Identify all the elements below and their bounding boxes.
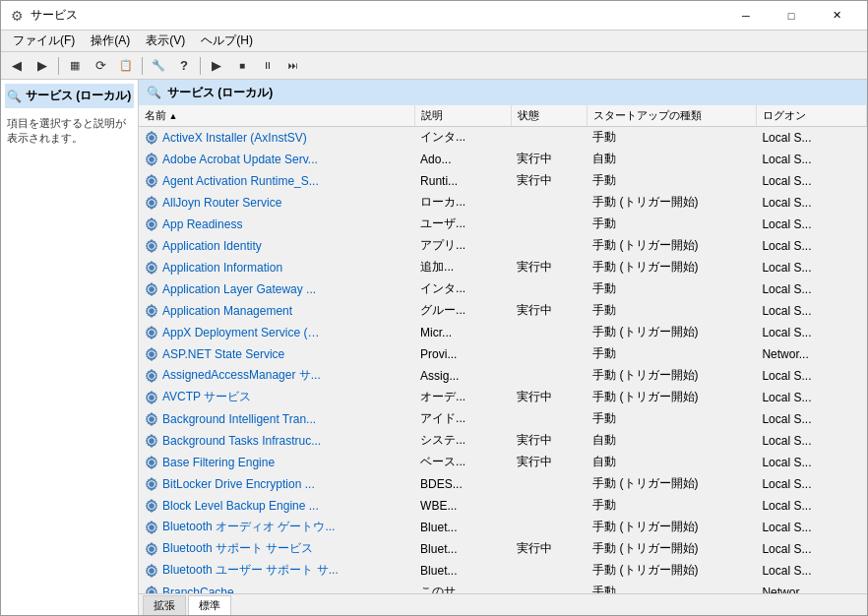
table-row[interactable]: BitLocker Drive Encryption ...BDES...手動 … — [139, 473, 867, 495]
service-desc-cell: Provi... — [414, 343, 511, 365]
service-desc-cell: Bluet... — [414, 538, 511, 560]
pause-service-button[interactable]: ⏸ — [256, 55, 279, 77]
minimize-button[interactable]: ─ — [723, 1, 769, 31]
service-logon-cell: Local S... — [756, 149, 866, 170]
table-row[interactable]: AVCTP サービスオーデ...実行中手動 (トリガー開始)Local S... — [139, 387, 867, 408]
service-status-cell — [511, 582, 587, 594]
service-logon-cell: Local S... — [756, 192, 866, 214]
svg-point-11 — [149, 373, 154, 378]
refresh-button[interactable]: ⟳ — [89, 55, 112, 77]
service-logon-cell: Local S... — [756, 538, 866, 560]
maximize-button[interactable]: □ — [769, 1, 814, 31]
service-status-cell: 実行中 — [511, 149, 587, 170]
table-row[interactable]: ActiveX Installer (AxInstSV)インタ...手動Loca… — [139, 127, 867, 149]
close-button[interactable]: ✕ — [814, 1, 859, 31]
table-row[interactable]: Application Managementグルー...実行中手動Local S… — [139, 300, 867, 322]
table-row[interactable]: Application Layer Gateway ...インタ...手動Loc… — [139, 278, 867, 300]
services-table-wrapper[interactable]: 名前 説明 状態 スタートアップの種類 ログオン ActiveX Install… — [139, 105, 867, 593]
table-row[interactable]: Adobe Acrobat Update Serv...Ado...実行中自動L… — [139, 149, 867, 170]
help-button[interactable]: ? — [172, 55, 196, 77]
service-logon-cell: Local S... — [756, 235, 866, 257]
service-name-cell: App Readiness — [139, 214, 414, 235]
service-startup-cell: 手動 (トリガー開始) — [587, 257, 756, 278]
service-startup-cell: 手動 (トリガー開始) — [587, 538, 756, 560]
menu-help[interactable]: ヘルプ(H) — [193, 31, 261, 51]
main-area: 🔍 サービス (ローカル) 項目を選択すると説明が表示されます。 🔍 サービス … — [1, 80, 867, 615]
stop-service-button[interactable]: ■ — [230, 55, 254, 77]
table-row[interactable]: Bluetooth ユーザー サポート サ...Bluet...手動 (トリガー… — [139, 560, 867, 582]
service-icon — [145, 174, 158, 188]
forward-button[interactable]: ▶ — [31, 55, 54, 77]
service-name-text: BitLocker Drive Encryption ... — [162, 477, 315, 491]
svg-point-14 — [149, 438, 154, 443]
col-header-logon[interactable]: ログオン — [756, 105, 866, 127]
toolbar: ◀ ▶ ▦ ⟳ 📋 🔧 ? ▶ ■ ⏸ ⏭ — [1, 52, 867, 80]
service-status-cell — [511, 343, 587, 365]
table-row[interactable]: App Readinessユーザ...手動Local S... — [139, 214, 867, 235]
table-row[interactable]: Background Intelligent Tran...アイド...手動Lo… — [139, 408, 867, 430]
table-row[interactable]: Background Tasks Infrastruc...システ...実行中自… — [139, 430, 867, 452]
service-icon — [145, 153, 158, 166]
export-list-button[interactable]: 📋 — [114, 55, 138, 77]
service-startup-cell: 自動 — [587, 430, 756, 452]
service-icon — [145, 499, 158, 513]
service-status-cell — [511, 322, 587, 343]
service-name-text: Base Filtering Engine — [162, 456, 275, 469]
table-row[interactable]: Application Identityアプリ...手動 (トリガー開始)Loc… — [139, 235, 867, 257]
back-button[interactable]: ◀ — [5, 55, 29, 77]
svg-point-18 — [149, 524, 154, 529]
table-row[interactable]: Application Information追加...実行中手動 (トリガー開… — [139, 257, 867, 278]
service-icon — [145, 585, 158, 594]
service-icon — [145, 391, 158, 404]
table-row[interactable]: AssignedAccessManager サ...Assig...手動 (トリ… — [139, 365, 867, 387]
table-row[interactable]: AppX Deployment Service (…Micr...手動 (トリガ… — [139, 322, 867, 343]
table-row[interactable]: Block Level Backup Engine ...WBE...手動Loc… — [139, 495, 867, 517]
restart-service-button[interactable]: ⏭ — [281, 55, 305, 77]
tab-extended[interactable]: 拡張 — [143, 595, 186, 615]
service-status-cell: 実行中 — [511, 300, 587, 322]
service-startup-cell: 手動 — [587, 582, 756, 594]
table-row[interactable]: AllJoyn Router Serviceローカ...手動 (トリガー開始)L… — [139, 192, 867, 214]
view-toggle-button[interactable]: ▦ — [63, 55, 87, 77]
table-row[interactable]: Base Filtering Engineベース...実行中自動Local S.… — [139, 452, 867, 473]
service-status-cell: 実行中 — [511, 538, 587, 560]
service-icon — [145, 456, 158, 469]
service-logon-cell: Local S... — [756, 300, 866, 322]
menu-action[interactable]: 操作(A) — [83, 31, 138, 51]
table-row[interactable]: ASP.NET State ServiceProvi...手動Networ... — [139, 343, 867, 365]
service-logon-cell: Local S... — [756, 495, 866, 517]
service-icon — [145, 217, 158, 231]
table-row[interactable]: Bluetooth サポート サービスBluet...実行中手動 (トリガー開始… — [139, 538, 867, 560]
services-table: 名前 説明 状態 スタートアップの種類 ログオン ActiveX Install… — [139, 105, 867, 593]
service-desc-cell: Bluet... — [414, 560, 511, 582]
sidebar-header-text: サービス (ローカル) — [26, 88, 131, 104]
service-name-cell: Application Management — [139, 300, 414, 322]
service-desc-cell: システ... — [414, 430, 511, 452]
service-name-text: AVCTP サービス — [162, 389, 251, 405]
service-status-cell — [511, 408, 587, 430]
service-status-cell — [511, 495, 587, 517]
col-header-name[interactable]: 名前 — [139, 105, 414, 127]
service-name-text: BranchCache — [162, 585, 234, 594]
menu-view[interactable]: 表示(V) — [138, 31, 193, 51]
col-header-status[interactable]: 状態 — [511, 105, 587, 127]
col-header-desc[interactable]: 説明 — [414, 105, 511, 127]
service-status-cell — [511, 127, 587, 149]
app-icon: ⚙ — [9, 8, 25, 24]
col-header-startup[interactable]: スタートアップの種類 — [587, 105, 756, 127]
service-status-cell: 実行中 — [511, 257, 587, 278]
sidebar-icon: 🔍 — [7, 90, 22, 103]
service-name-cell: AssignedAccessManager サ... — [139, 365, 414, 387]
service-status-cell — [511, 365, 587, 387]
service-desc-cell: グルー... — [414, 300, 511, 322]
properties-button[interactable]: 🔧 — [147, 55, 170, 77]
menu-file[interactable]: ファイル(F) — [5, 31, 83, 51]
table-row[interactable]: Bluetooth オーディオ ゲートウ...Bluet...手動 (トリガー開… — [139, 517, 867, 538]
service-startup-cell: 手動 (トリガー開始) — [587, 322, 756, 343]
service-icon — [145, 282, 158, 296]
table-row[interactable]: BranchCacheこのサ...手動Networ... — [139, 582, 867, 594]
tab-standard[interactable]: 標準 — [188, 595, 231, 615]
svg-point-19 — [149, 546, 154, 551]
start-service-button[interactable]: ▶ — [205, 55, 228, 77]
table-row[interactable]: Agent Activation Runtime_S...Runti...実行中… — [139, 170, 867, 192]
